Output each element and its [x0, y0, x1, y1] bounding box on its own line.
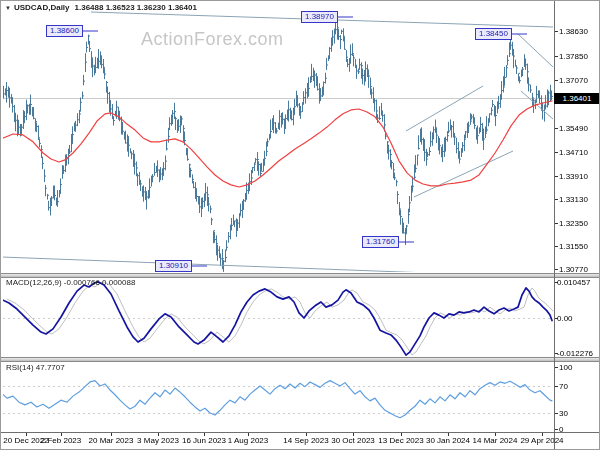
price-annotation[interactable]: 1.38600: [46, 25, 83, 37]
chart-title-bar: ▼USDCAD,Daily1.36488 1.36523 1.36230 1.3…: [5, 3, 197, 12]
price-axis-label: 1.35490: [559, 124, 588, 133]
price-axis-label: 1.30770: [559, 265, 588, 274]
date-label: 2 Feb 2023: [41, 436, 81, 445]
price-annotation[interactable]: 1.38450: [475, 28, 512, 40]
rsi-axis-label: 30: [559, 409, 568, 418]
collapse-icon[interactable]: ▼: [5, 5, 11, 11]
price-axis-label: 1.31550: [559, 242, 588, 251]
symbol-period-label: USDCAD,Daily: [14, 3, 70, 12]
date-label: 14 Mar 2024: [473, 436, 518, 445]
date-label: 30 Jan 2024: [426, 436, 470, 445]
price-axis-label: 1.34710: [559, 148, 588, 157]
price-annotation[interactable]: 1.38970: [301, 11, 338, 23]
rsi-axis-label: 100: [559, 363, 572, 372]
macd-axis-label: 0.00: [557, 314, 573, 323]
price-annotation[interactable]: 1.30910: [155, 260, 192, 272]
price-axis-label: 1.32350: [559, 219, 588, 228]
chart-canvas[interactable]: [1, 1, 600, 450]
current-price-tag: 1.36401: [554, 93, 600, 104]
macd-axis-label: 0.010457: [557, 278, 590, 287]
macd-axis-label: -0.012276: [557, 349, 593, 358]
date-label: 20 Mar 2023: [89, 436, 134, 445]
date-label: 1 Aug 2023: [228, 436, 268, 445]
date-label: 30 Oct 2023: [331, 436, 375, 445]
macd-indicator-label: MACD(12,26,9) -0.000766 0.000088: [6, 278, 135, 287]
panel-separator-rsi[interactable]: [1, 357, 600, 362]
date-label: 3 May 2023: [137, 436, 179, 445]
rsi-indicator-label: RSI(14) 47.7707: [6, 363, 65, 372]
watermark: ActionForex.com: [141, 29, 284, 50]
price-axis-label: 1.37850: [559, 52, 588, 61]
date-label: 13 Dec 2023: [378, 436, 423, 445]
rsi-axis-label: 0: [559, 425, 563, 434]
time-axis-border: [1, 432, 600, 433]
date-label: 16 Jun 2023: [182, 436, 226, 445]
price-annotation[interactable]: 1.31760: [362, 236, 399, 248]
rsi-axis-label: 70: [559, 382, 568, 391]
ohlc-values: 1.36488 1.36523 1.36230 1.36401: [75, 3, 197, 12]
price-axis-label: 1.37070: [559, 76, 588, 85]
price-axis-border: [554, 1, 555, 450]
date-label: 14 Sep 2023: [283, 436, 328, 445]
chart-window: ▼USDCAD,Daily1.36488 1.36523 1.36230 1.3…: [0, 0, 600, 450]
price-axis-label: 1.33910: [559, 172, 588, 181]
price-axis-label: 1.38630: [559, 27, 588, 36]
date-label: 29 Apr 2024: [520, 436, 563, 445]
price-axis-label: 1.33130: [559, 195, 588, 204]
